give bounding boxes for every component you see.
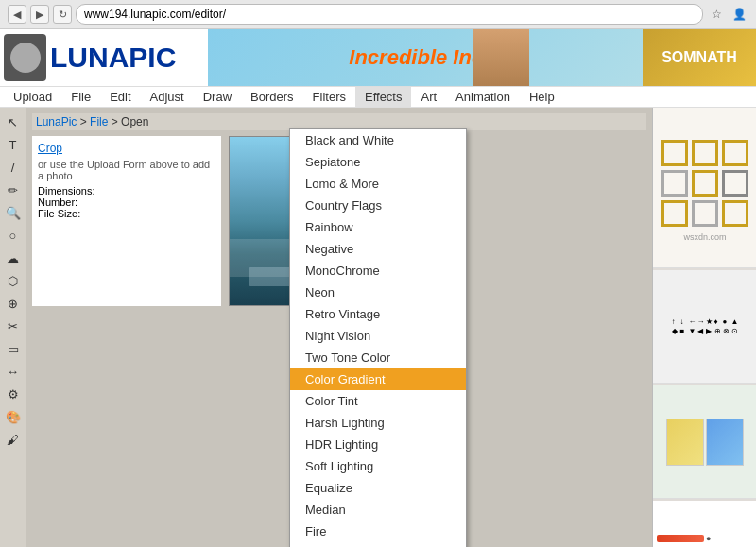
dropdown-item-retro-vintage[interactable]: Retro Vintage bbox=[290, 303, 466, 325]
star-icon[interactable]: ☆ bbox=[707, 5, 726, 24]
ad-infographic: ● ● ● ● bbox=[653, 530, 756, 547]
banner-area: Incredible India bbox=[208, 29, 643, 86]
menu-art[interactable]: Art bbox=[411, 87, 446, 107]
number-row: Number: bbox=[38, 197, 215, 208]
dropdown-item-lightning[interactable]: Lightning bbox=[290, 542, 466, 547]
dropdown-item-black-and-white[interactable]: Black and White bbox=[290, 129, 466, 151]
menu-upload[interactable]: Upload bbox=[4, 87, 61, 107]
banner-ad-right: SOMNATH bbox=[643, 29, 756, 86]
line-tool[interactable]: / bbox=[3, 157, 24, 178]
left-toolbar: ↖ T / ✏ 🔍 ○ ☁ ⬡ ⊕ ✂ ▭ ↔ ⚙ 🎨 🖌 bbox=[0, 108, 26, 547]
ad-square-4 bbox=[662, 170, 688, 197]
dropdown-item-negative[interactable]: Negative bbox=[290, 238, 466, 260]
dropdown-item-neon[interactable]: Neon bbox=[290, 282, 466, 303]
dropdown-item-soft-lighting[interactable]: Soft Lighting bbox=[290, 455, 466, 477]
dropdown-item-two-tone-color[interactable]: Two Tone Color bbox=[290, 347, 466, 368]
menu-adjust[interactable]: Adjust bbox=[141, 87, 194, 107]
dropdown-item-fire[interactable]: Fire bbox=[290, 521, 466, 542]
text-tool[interactable]: T bbox=[3, 134, 24, 155]
dropdown-item-hdr-lighting[interactable]: HDR Lighting bbox=[290, 434, 466, 455]
app-window: ◀ ▶ ↻ ☆ 👤 LUNAPIC Incredible India bbox=[0, 0, 756, 547]
crop-label: Crop bbox=[38, 142, 62, 155]
menu-effects[interactable]: Effects bbox=[355, 87, 412, 107]
back-button[interactable]: ◀ bbox=[8, 5, 26, 24]
browser-nav: ◀ ▶ ↻ ☆ 👤 bbox=[0, 0, 756, 28]
rect-tool[interactable]: ▭ bbox=[3, 338, 24, 359]
forward-button[interactable]: ▶ bbox=[30, 5, 49, 24]
ad-content-3 bbox=[662, 415, 747, 470]
menu-filters[interactable]: Filters bbox=[303, 87, 355, 107]
or-use-text: or use the Upload Form above to add a ph… bbox=[38, 159, 215, 181]
dimensions-label: Dimensions: bbox=[38, 185, 95, 197]
dropdown-item-night-vision[interactable]: Night Vision bbox=[290, 325, 466, 347]
menu-edit[interactable]: Edit bbox=[100, 87, 140, 107]
dropdown-item-equalize[interactable]: Equalize bbox=[290, 477, 466, 499]
resize-tool[interactable]: ↔ bbox=[3, 361, 24, 382]
settings-tool[interactable]: ⚙ bbox=[3, 384, 24, 404]
dropdown-item-harsh-lighting[interactable]: Harsh Lighting bbox=[290, 412, 466, 434]
ad-square-7 bbox=[662, 200, 688, 227]
filesize-row: File Size: bbox=[38, 208, 215, 219]
pencil-tool[interactable]: ✏ bbox=[3, 179, 24, 200]
menu-bar: Upload File Edit Adjust Draw Borders Fil… bbox=[0, 87, 756, 108]
oval-tool[interactable]: ○ bbox=[3, 225, 24, 246]
menu-draw[interactable]: Draw bbox=[194, 87, 241, 107]
cloud-tool[interactable]: ☁ bbox=[3, 248, 24, 268]
address-bar[interactable] bbox=[76, 4, 703, 25]
brush-tool[interactable]: 🖌 bbox=[3, 429, 24, 450]
menu-animation[interactable]: Animation bbox=[446, 87, 520, 107]
center-area: LunaPic > File > Open Crop or use the Up… bbox=[26, 108, 652, 547]
crop-tool[interactable]: ✂ bbox=[3, 316, 24, 336]
zoom-tool[interactable]: 🔍 bbox=[3, 202, 24, 223]
ad-square-8 bbox=[692, 200, 718, 227]
dropdown-item-median[interactable]: Median bbox=[290, 499, 466, 521]
ad-square-1 bbox=[662, 140, 688, 166]
breadcrumb-page: Open bbox=[121, 115, 148, 128]
ad-square-2 bbox=[692, 140, 718, 166]
filesize-label: File Size: bbox=[38, 208, 80, 219]
ad-block-4: ● ● ● ● bbox=[653, 501, 756, 547]
ad-square-6 bbox=[722, 170, 748, 197]
shape-tool[interactable]: ⬡ bbox=[3, 270, 24, 291]
dropdown-item-lomo[interactable]: Lomo & More bbox=[290, 173, 466, 195]
dropdown-item-country-flags[interactable]: Country Flags bbox=[290, 195, 466, 216]
logo-text: LUNAPIC bbox=[50, 42, 176, 74]
moon-icon bbox=[4, 34, 46, 81]
browser-chrome: ◀ ▶ ↻ ☆ 👤 bbox=[0, 0, 756, 29]
dropdown-item-monochrome[interactable]: MonoChrome bbox=[290, 260, 466, 282]
ad-caption-1: wsxdn.com bbox=[683, 232, 726, 242]
logo-area: LUNAPIC bbox=[0, 29, 208, 86]
refresh-button[interactable]: ↻ bbox=[53, 5, 72, 24]
menu-borders[interactable]: Borders bbox=[241, 87, 303, 107]
ad-square-9 bbox=[722, 200, 748, 227]
dropdown-item-sepiatone[interactable]: Sepiatone bbox=[290, 151, 466, 173]
upload-form: Crop or use the Upload Form above to add… bbox=[32, 136, 221, 306]
user-icon[interactable]: 👤 bbox=[730, 5, 748, 24]
breadcrumb-sep2: > bbox=[112, 115, 121, 128]
number-label: Number: bbox=[38, 197, 77, 208]
breadcrumb-section[interactable]: File bbox=[90, 115, 108, 128]
dimensions-row: Dimensions: bbox=[38, 185, 215, 197]
right-sidebar: wsxdn.com ↑↓←→ ★♦●▲ ◆■▼◀ ▶⊕⊗⊙ bbox=[652, 108, 756, 547]
somnath-text: SOMNATH bbox=[662, 49, 737, 66]
breadcrumb-sep1: > bbox=[80, 115, 90, 128]
add-tool[interactable]: ⊕ bbox=[3, 293, 24, 314]
menu-help[interactable]: Help bbox=[520, 87, 564, 107]
effects-dropdown-menu: Black and White Sepiatone Lomo & More Co… bbox=[289, 128, 467, 547]
ad-square-5 bbox=[692, 170, 718, 197]
ad-block-1: wsxdn.com bbox=[653, 108, 756, 268]
ad-square-3 bbox=[722, 140, 748, 166]
color-tool[interactable]: 🎨 bbox=[3, 406, 24, 427]
content-wrapper: ↖ T / ✏ 🔍 ○ ☁ ⬡ ⊕ ✂ ▭ ↔ ⚙ 🎨 🖌 LunaPic > … bbox=[0, 108, 756, 547]
ad-block-3 bbox=[653, 385, 756, 499]
dropdown-item-color-gradient[interactable]: Color Gradient bbox=[290, 368, 466, 390]
ad-block-2: ↑↓←→ ★♦●▲ ◆■▼◀ ▶⊕⊗⊙ bbox=[653, 270, 756, 384]
breadcrumb-home[interactable]: LunaPic bbox=[36, 115, 77, 128]
app-header: LUNAPIC Incredible India SOMNATH bbox=[0, 29, 756, 87]
dropdown-item-rainbow[interactable]: Rainbow bbox=[290, 216, 466, 238]
ad-icons-grid: ↑↓←→ ★♦●▲ ◆■▼◀ ▶⊕⊗⊙ bbox=[670, 316, 741, 337]
menu-file[interactable]: File bbox=[61, 87, 100, 107]
select-tool[interactable]: ↖ bbox=[3, 111, 24, 132]
dropdown-item-color-tint[interactable]: Color Tint bbox=[290, 390, 466, 412]
